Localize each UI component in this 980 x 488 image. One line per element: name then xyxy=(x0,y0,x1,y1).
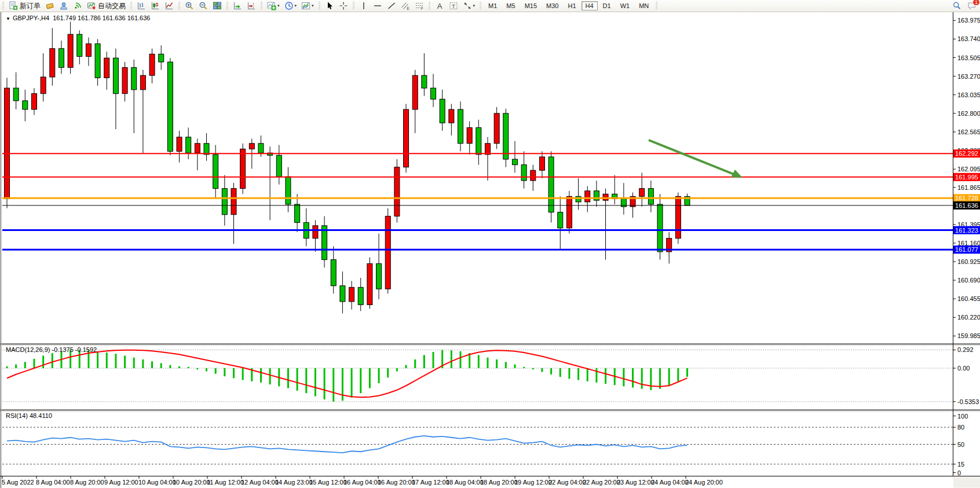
toolbar-grip xyxy=(480,2,481,10)
candle-body xyxy=(467,127,472,143)
candle-body xyxy=(240,149,246,188)
fibonacci-button[interactable]: F xyxy=(413,1,426,11)
candle-body xyxy=(177,137,182,152)
zoom-out-button[interactable] xyxy=(197,1,210,11)
bar-chart-button[interactable] xyxy=(135,1,148,11)
gold-icon xyxy=(45,1,54,10)
search-button[interactable] xyxy=(952,1,961,13)
templates-button[interactable]: ▾ xyxy=(299,1,316,11)
candle-body xyxy=(50,49,55,77)
autotrading-icon xyxy=(87,1,96,10)
new-order-button[interactable]: 新订单 xyxy=(7,1,42,11)
vertical-line-button[interactable] xyxy=(357,1,370,11)
chart-shift-button[interactable] xyxy=(245,1,258,11)
crosshair-button[interactable] xyxy=(337,1,350,11)
timeframe-m5-button[interactable]: M5 xyxy=(502,1,519,10)
main-toolbar: 新订单自动交易▾▾▾EFAT▾M1M5M15M30H1H4D1W1MN1 xyxy=(0,0,980,12)
macd-tick-label: -0.5353 xyxy=(957,398,979,405)
timeframe-w1-button[interactable]: W1 xyxy=(616,1,634,10)
signals-button[interactable] xyxy=(71,1,84,11)
candle-body xyxy=(95,44,100,78)
time-tick-label: 5 Aug 2022 xyxy=(2,479,34,486)
arrows-button[interactable]: ▾ xyxy=(461,1,477,11)
time-tick-label: 12 Aug 04:00 xyxy=(241,479,279,486)
autotrading-button[interactable]: 自动交易 xyxy=(85,1,127,11)
chat-button[interactable]: 1 xyxy=(967,1,977,13)
chart-title: ▼GBPJPY-,H4 161.749 161.786 161.636 161.… xyxy=(6,14,150,21)
text-button[interactable]: A xyxy=(433,1,446,11)
trendline-button[interactable] xyxy=(385,1,398,11)
timeframe-h1-button[interactable]: H1 xyxy=(564,1,580,10)
time-tick-label: 18 Aug 20:00 xyxy=(480,479,518,486)
zoom-in-button[interactable] xyxy=(183,1,196,11)
zoom-out-icon xyxy=(199,1,208,10)
candle-body xyxy=(295,204,300,222)
channel-button[interactable]: E xyxy=(399,1,412,11)
candle-body xyxy=(13,88,19,101)
timeframe-m1-button[interactable]: M1 xyxy=(484,1,501,10)
timeframe-d1-button[interactable]: D1 xyxy=(599,1,615,10)
candle-body xyxy=(503,113,509,159)
candle-body xyxy=(222,189,227,215)
time-tick-label: 8 Aug 20:00 xyxy=(70,479,104,486)
signals-icon xyxy=(73,1,82,10)
chart-symbol-period: GBPJPY-,H4 xyxy=(13,14,49,21)
fibonacci-icon: F xyxy=(415,1,424,10)
candle-body xyxy=(449,109,454,123)
timeframe-h4-button[interactable]: H4 xyxy=(582,1,598,10)
candle-body xyxy=(349,287,354,302)
time-tick-label: 17 Aug 12:00 xyxy=(412,479,449,486)
indicators-button[interactable]: ▾ xyxy=(265,1,281,11)
auto-scroll-button[interactable] xyxy=(231,1,244,11)
time-tick-label: 24 Aug 04:00 xyxy=(651,479,689,486)
toolbar-grip xyxy=(2,2,4,10)
periods-button[interactable]: ▾ xyxy=(283,1,299,11)
community-icon xyxy=(59,1,68,10)
candle-body xyxy=(521,165,526,181)
candle-body xyxy=(512,159,517,165)
bar-chart-icon xyxy=(137,1,146,10)
text-label-button[interactable]: T xyxy=(447,1,460,11)
timeframe-m30-button[interactable]: M30 xyxy=(542,1,562,10)
auto-scroll-icon xyxy=(233,1,242,10)
new-order-icon xyxy=(9,1,18,10)
time-tick-label: 16 Aug 20:00 xyxy=(378,479,415,486)
cursor-button[interactable] xyxy=(323,1,336,11)
time-tick-label: 22 Aug 04:00 xyxy=(548,479,586,486)
time-tick-label: 19 Aug 12:00 xyxy=(514,479,552,486)
candle-body xyxy=(286,177,291,204)
chart-canvas[interactable]: 163.975163.740163.505163.270163.035162.8… xyxy=(0,0,980,488)
chart-dropdown-caret-icon[interactable]: ▼ xyxy=(6,16,10,21)
horizontal-line-button[interactable] xyxy=(371,1,384,11)
candle-body xyxy=(31,94,36,109)
price-tick-label: 163.270 xyxy=(957,73,980,80)
candle-body xyxy=(539,157,544,170)
svg-text:F: F xyxy=(420,6,423,10)
price-tick-label: 163.505 xyxy=(957,54,980,61)
macd-values: -0.1375 -0.1592 xyxy=(52,346,97,353)
price-tick-label: 162.095 xyxy=(957,166,980,173)
candle-body xyxy=(458,109,463,144)
candle-body xyxy=(385,216,390,289)
deposit-button[interactable] xyxy=(43,1,56,11)
time-tick-label: 22 Aug 20:00 xyxy=(583,479,620,486)
price-tick-label: 160.690 xyxy=(957,277,980,284)
price-tick-label: 161.865 xyxy=(957,184,980,191)
candle-body xyxy=(376,263,382,289)
timeframe-mn-button[interactable]: MN xyxy=(635,1,653,10)
toolbar-grip xyxy=(353,2,354,10)
vline-icon xyxy=(359,1,368,10)
price-tick-label: 159.985 xyxy=(957,332,980,339)
time-tick-label: 10 Aug 20:00 xyxy=(173,479,210,486)
community-button[interactable] xyxy=(57,1,70,11)
candlestick-chart-button[interactable] xyxy=(149,1,162,11)
tile-windows-button[interactable] xyxy=(211,1,224,11)
candle-body xyxy=(476,127,481,154)
timeframe-m15-button[interactable]: M15 xyxy=(521,1,541,10)
candle-body xyxy=(340,286,345,302)
candle-body xyxy=(5,88,10,199)
trendline-icon xyxy=(387,1,396,10)
channel-icon: E xyxy=(401,1,410,10)
line-chart-button[interactable] xyxy=(163,1,175,11)
candle-body xyxy=(431,88,436,99)
